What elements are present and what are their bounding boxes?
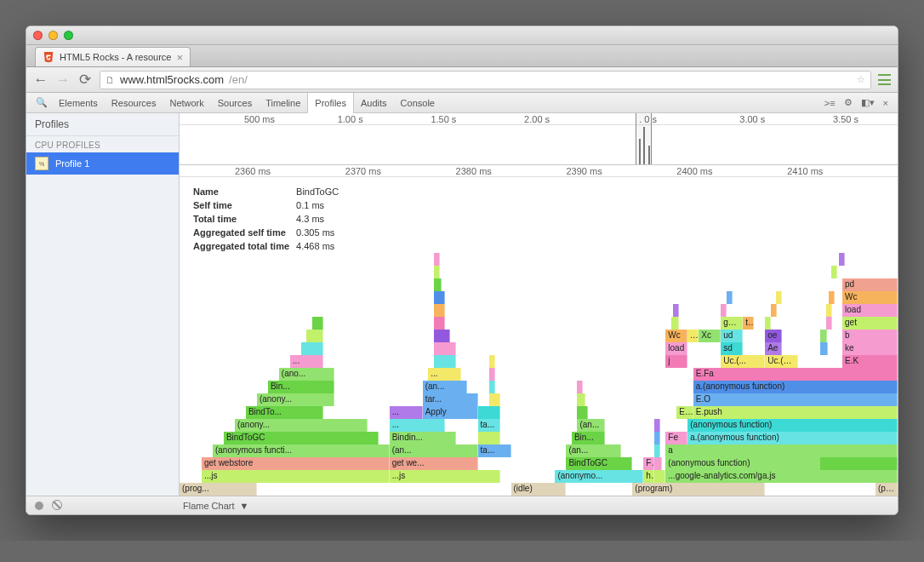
flame-block[interactable]: Xc (699, 330, 721, 342)
devtools-tab-elements[interactable]: Elements (52, 93, 105, 113)
flame-block[interactable] (820, 342, 828, 355)
flame-block[interactable]: get we... (390, 457, 478, 470)
flame-block[interactable]: (ano... (279, 368, 334, 381)
flame-block[interactable]: (prog... (180, 483, 257, 496)
flame-block[interactable]: (anonymo... (555, 470, 643, 483)
flame-block[interactable]: Wc (665, 330, 687, 342)
flame-block[interactable]: load (665, 342, 687, 355)
flame-block[interactable] (820, 419, 898, 432)
flame-block[interactable] (434, 304, 445, 317)
devtools-tab-profiles[interactable]: Profiles (307, 93, 354, 113)
flame-block[interactable]: Fe (643, 457, 654, 470)
flame-block[interactable] (489, 355, 495, 368)
minimize-window-button[interactable] (48, 31, 58, 40)
flame-block[interactable]: ta... (478, 444, 511, 457)
bookmark-icon[interactable]: ☆ (857, 74, 865, 85)
devtools-tab-resources[interactable]: Resources (105, 93, 163, 113)
flame-block[interactable]: b (842, 330, 898, 342)
flame-block[interactable] (765, 317, 771, 330)
address-bar[interactable]: 🗋 www.html5rocks.com/en/ ☆ (100, 71, 871, 89)
flame-block[interactable]: Wc (842, 291, 898, 304)
flame-block[interactable] (434, 317, 445, 330)
flame-block[interactable]: Ae (765, 342, 781, 355)
flame-block[interactable]: tar... (423, 393, 478, 406)
devtools-tab-sources[interactable]: Sources (211, 93, 259, 113)
flame-block[interactable]: E... (676, 406, 693, 419)
overview-selection-handle[interactable] (636, 113, 652, 164)
flame-block[interactable] (826, 304, 832, 317)
flame-block[interactable] (820, 457, 898, 470)
flame-block[interactable]: (an... (423, 381, 467, 393)
flame-block[interactable]: Uc.(a... (765, 355, 798, 368)
flame-block[interactable]: Bin... (572, 432, 605, 444)
flame-block[interactable]: sd (721, 342, 743, 355)
flame-block[interactable] (671, 317, 679, 330)
flame-block[interactable] (654, 419, 660, 432)
flame-block[interactable]: ... (290, 355, 323, 368)
flame-block[interactable]: (program) (876, 483, 898, 496)
flame-block[interactable]: ...js (202, 470, 390, 483)
flame-block[interactable] (654, 457, 662, 470)
flame-block[interactable] (301, 342, 323, 355)
flame-block[interactable]: (an... (566, 444, 621, 457)
flame-block[interactable]: Uc.(... (721, 355, 765, 368)
flame-block[interactable]: ... (390, 406, 423, 419)
flame-block[interactable]: oe (765, 330, 781, 342)
flame-block[interactable]: E.K (842, 355, 898, 368)
flame-block[interactable]: (an... (577, 419, 604, 432)
flame-block[interactable] (776, 291, 782, 304)
flame-block[interactable]: Bin... (268, 381, 334, 393)
reload-button[interactable]: ⟳ (77, 71, 93, 89)
flame-block[interactable] (434, 266, 441, 278)
flame-block[interactable]: ... (428, 368, 461, 381)
devtools-tab-console[interactable]: Console (394, 93, 442, 113)
zoom-window-button[interactable] (64, 31, 73, 40)
flame-block[interactable]: (an... (390, 444, 478, 457)
flame-block[interactable] (434, 355, 456, 368)
flame-block[interactable] (489, 381, 495, 393)
flame-block[interactable] (771, 304, 777, 317)
flame-block[interactable]: (anony... (235, 419, 368, 432)
flame-block[interactable] (654, 470, 665, 483)
menu-button[interactable] (878, 74, 891, 85)
flame-block[interactable]: ud (721, 330, 743, 342)
flame-block[interactable]: Bindin... (390, 432, 456, 444)
flame-block[interactable] (839, 253, 845, 266)
flame-block[interactable]: ... (687, 330, 699, 342)
console-toggle-icon[interactable]: >≡ (820, 98, 840, 108)
flame-block[interactable]: load (842, 304, 898, 317)
flame-block[interactable] (831, 266, 837, 278)
flame-block[interactable]: h... (643, 470, 654, 483)
browser-tab[interactable]: HTML5 Rocks - A resource × (35, 47, 191, 66)
back-button[interactable]: ← (33, 72, 48, 89)
flame-block[interactable]: (anonymous functi... (213, 444, 390, 457)
flame-block[interactable]: BindTo... (246, 406, 323, 419)
flame-block[interactable]: ... (390, 419, 445, 432)
flame-block[interactable]: Fe (665, 432, 687, 444)
flame-block[interactable] (820, 330, 827, 342)
flame-block[interactable]: ke (842, 342, 898, 355)
flame-block[interactable]: (anony... (257, 393, 334, 406)
flame-block[interactable] (434, 330, 450, 342)
devtools-tab-audits[interactable]: Audits (354, 93, 394, 113)
flame-block[interactable] (312, 317, 323, 330)
flame-block[interactable] (434, 253, 440, 266)
flame-block[interactable] (727, 291, 733, 304)
flame-block[interactable] (721, 304, 727, 317)
view-mode-select[interactable]: Flame Chart ▼ (183, 501, 248, 511)
flame-block[interactable]: BindToGC (224, 432, 379, 444)
flame-block[interactable]: (program) (632, 483, 765, 496)
flame-block[interactable] (577, 393, 585, 406)
flame-block[interactable] (820, 432, 898, 444)
flame-block[interactable]: ta... (478, 419, 500, 432)
flame-block[interactable]: get ... (721, 317, 743, 330)
flame-block[interactable] (434, 291, 445, 304)
flame-block[interactable] (820, 444, 898, 457)
flame-block[interactable] (577, 381, 583, 393)
flame-block[interactable]: j (665, 355, 687, 368)
settings-gear-icon[interactable]: ⚙ (840, 97, 857, 108)
flame-block[interactable] (489, 368, 495, 381)
clear-button[interactable] (52, 500, 62, 512)
devtools-tab-timeline[interactable]: Timeline (259, 93, 307, 113)
tab-close-icon[interactable]: × (176, 51, 183, 64)
